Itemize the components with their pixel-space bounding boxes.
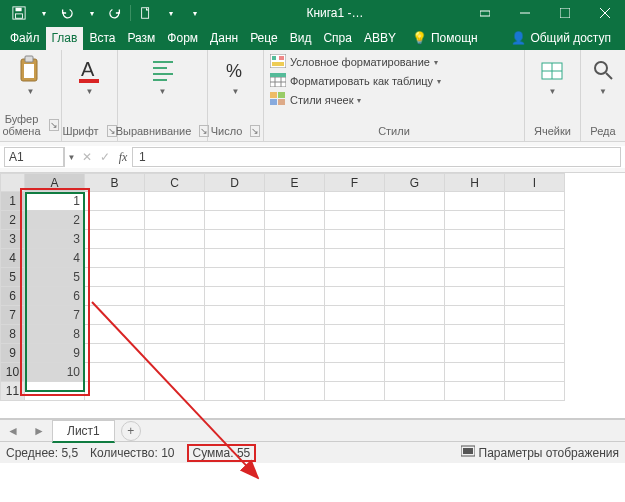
cell[interactable] xyxy=(85,211,145,230)
cell[interactable] xyxy=(85,268,145,287)
save-button[interactable] xyxy=(8,2,30,24)
cell[interactable] xyxy=(385,268,445,287)
cell[interactable] xyxy=(265,249,325,268)
cell[interactable] xyxy=(265,268,325,287)
cell[interactable]: 8 xyxy=(25,325,85,344)
cell[interactable]: 9 xyxy=(25,344,85,363)
cell[interactable] xyxy=(85,344,145,363)
cell[interactable] xyxy=(85,382,145,401)
cell[interactable] xyxy=(265,287,325,306)
tab-home[interactable]: Глав xyxy=(46,27,84,50)
tell-me-search[interactable]: 💡 Помощн xyxy=(406,27,484,50)
customize-qat[interactable] xyxy=(183,2,205,24)
cell[interactable] xyxy=(445,211,505,230)
cancel-formula-button[interactable]: ✕ xyxy=(78,150,96,164)
new-doc-button[interactable] xyxy=(135,2,157,24)
row-header[interactable]: 11 xyxy=(1,382,25,401)
clipboard-dialog-launcher[interactable]: ↘ xyxy=(49,119,59,131)
cell[interactable] xyxy=(205,249,265,268)
alignment-button[interactable]: ▼ xyxy=(124,54,201,97)
cell[interactable] xyxy=(265,382,325,401)
cell[interactable] xyxy=(385,363,445,382)
new-doc-dropdown[interactable] xyxy=(159,2,181,24)
cell[interactable] xyxy=(145,382,205,401)
add-sheet-button[interactable]: + xyxy=(121,421,141,441)
cell[interactable] xyxy=(505,363,565,382)
cell[interactable] xyxy=(445,363,505,382)
tab-view[interactable]: Вид xyxy=(284,27,318,50)
row-header[interactable]: 5 xyxy=(1,268,25,287)
number-dialog-launcher[interactable]: ↘ xyxy=(250,125,260,137)
cell[interactable] xyxy=(145,192,205,211)
cell[interactable] xyxy=(205,325,265,344)
cell[interactable] xyxy=(325,363,385,382)
select-all-corner[interactable] xyxy=(1,174,25,192)
maximize-button[interactable] xyxy=(545,0,585,26)
sheet-nav-prev[interactable]: ◄ xyxy=(0,424,26,438)
sheet-nav-next[interactable]: ► xyxy=(26,424,52,438)
column-header-h[interactable]: H xyxy=(445,174,505,192)
row-header[interactable]: 8 xyxy=(1,325,25,344)
cell[interactable] xyxy=(265,192,325,211)
cell[interactable] xyxy=(385,325,445,344)
cell[interactable] xyxy=(505,325,565,344)
cell[interactable] xyxy=(325,344,385,363)
enter-formula-button[interactable]: ✓ xyxy=(96,150,114,164)
cell[interactable] xyxy=(205,306,265,325)
row-header[interactable]: 10 xyxy=(1,363,25,382)
format-as-table-button[interactable]: Форматировать как таблицу ▾ xyxy=(270,73,441,89)
cell[interactable] xyxy=(205,287,265,306)
save-dropdown[interactable] xyxy=(32,2,54,24)
column-header-i[interactable]: I xyxy=(505,174,565,192)
cell[interactable] xyxy=(85,363,145,382)
column-header-g[interactable]: G xyxy=(385,174,445,192)
cell[interactable] xyxy=(265,363,325,382)
cell[interactable] xyxy=(445,268,505,287)
cell[interactable] xyxy=(85,249,145,268)
row-header[interactable]: 1 xyxy=(1,192,25,211)
cell[interactable] xyxy=(265,306,325,325)
cell[interactable] xyxy=(85,192,145,211)
sheet-tab-1[interactable]: Лист1 xyxy=(52,420,115,443)
insert-function-button[interactable]: fx xyxy=(114,150,132,165)
tab-abbyy[interactable]: ABBY xyxy=(358,27,402,50)
cell[interactable] xyxy=(205,344,265,363)
cell[interactable]: 6 xyxy=(25,287,85,306)
close-button[interactable] xyxy=(585,0,625,26)
cell[interactable] xyxy=(505,249,565,268)
cell[interactable] xyxy=(205,192,265,211)
tab-formulas[interactable]: Форм xyxy=(161,27,204,50)
cell[interactable] xyxy=(505,306,565,325)
number-format-button[interactable]: % ▼ xyxy=(214,54,257,97)
cell[interactable] xyxy=(265,211,325,230)
display-options-button[interactable]: Параметры отображения xyxy=(461,445,620,460)
cell[interactable]: 1 xyxy=(25,192,85,211)
undo-button[interactable] xyxy=(56,2,78,24)
cell[interactable] xyxy=(445,192,505,211)
column-header-c[interactable]: C xyxy=(145,174,205,192)
cell[interactable] xyxy=(205,230,265,249)
cell[interactable] xyxy=(265,230,325,249)
cell[interactable] xyxy=(505,192,565,211)
cell[interactable] xyxy=(85,306,145,325)
cell[interactable] xyxy=(385,382,445,401)
cell[interactable] xyxy=(385,211,445,230)
tab-layout[interactable]: Разм xyxy=(121,27,161,50)
cell[interactable] xyxy=(205,363,265,382)
cell[interactable] xyxy=(325,382,385,401)
cell[interactable] xyxy=(325,211,385,230)
formula-input[interactable]: 1 xyxy=(132,147,621,167)
cell[interactable] xyxy=(145,249,205,268)
cell[interactable] xyxy=(325,249,385,268)
cell[interactable] xyxy=(205,211,265,230)
cell[interactable] xyxy=(85,325,145,344)
cell[interactable] xyxy=(445,344,505,363)
cell[interactable] xyxy=(445,287,505,306)
cell[interactable] xyxy=(445,306,505,325)
ribbon-display-options[interactable] xyxy=(465,0,505,26)
cell[interactable] xyxy=(145,211,205,230)
cell[interactable] xyxy=(385,287,445,306)
cell[interactable] xyxy=(445,249,505,268)
cell[interactable]: 10 xyxy=(25,363,85,382)
cell[interactable] xyxy=(265,344,325,363)
